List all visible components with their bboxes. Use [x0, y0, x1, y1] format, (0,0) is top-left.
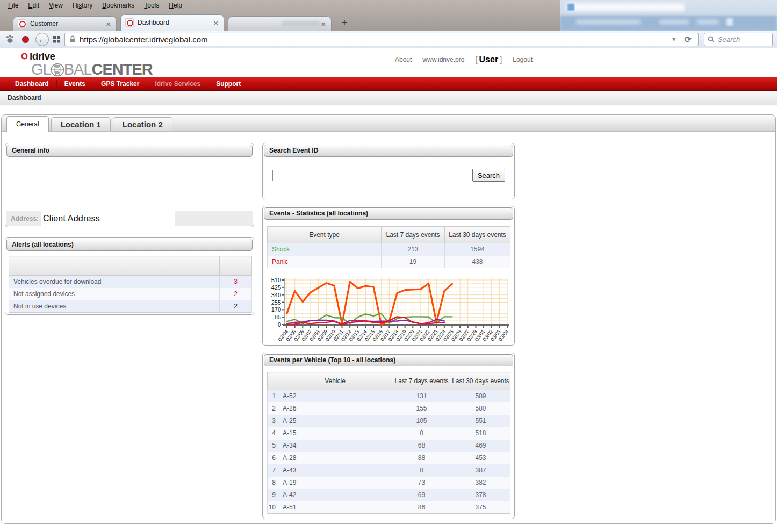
vehicle-30d-cell: 378	[451, 489, 510, 501]
vehicle-name-cell: A-42	[278, 489, 392, 501]
main-navigation: DashboardEventsGPS TrackerIdrive Service…	[0, 77, 777, 91]
browser-tab-dashboard[interactable]: Dashboard×	[120, 14, 224, 31]
idrive-logo: idrive GL BALCENTER	[21, 51, 153, 77]
vehicle-name-cell: A-52	[278, 390, 392, 402]
vehicle-7d-cell: 88	[392, 452, 451, 464]
tab-close-icon[interactable]: ×	[212, 18, 219, 27]
reload-icon[interactable]: ⟳	[681, 34, 695, 45]
vehicle-name-cell: A-25	[278, 415, 392, 427]
vehicle-rank-cell: 9	[268, 489, 278, 501]
new-tab-button[interactable]: +	[336, 17, 352, 29]
svg-text:425: 425	[271, 284, 281, 291]
svg-text:510: 510	[271, 277, 281, 283]
vehicle-30d-cell: 375	[451, 501, 510, 514]
svg-text:170: 170	[271, 306, 281, 313]
alert-row: Not assigned devices2	[9, 288, 252, 300]
tab-bar: Customer×Dashboard××+	[13, 14, 352, 31]
vehicle-rank-cell: 6	[268, 452, 278, 464]
events-statistics-table: Event typeLast 7 days eventsLast 30 days…	[267, 226, 510, 268]
background-window	[560, 0, 777, 31]
vehicle-7d-cell: 73	[392, 477, 451, 489]
events-per-vehicle-panel: Events per Vehicle (Top 10 - all locatio…	[262, 353, 515, 519]
url-dropdown-icon[interactable]: ▼	[667, 36, 681, 42]
vehicle-7d-cell: 105	[392, 415, 451, 427]
vehicle-rank-cell: 8	[268, 477, 278, 489]
svg-text:255: 255	[271, 299, 281, 306]
events-30d-cell: 438	[445, 256, 510, 268]
vehicle-7d-cell: 0	[392, 427, 451, 440]
vehicle-name-cell: A-19	[278, 477, 392, 489]
tab-general[interactable]: General	[6, 116, 49, 132]
idrive-mark-icon	[21, 53, 28, 60]
vehicle-rank-cell: 1	[268, 390, 278, 402]
url-bar[interactable]: https://globalcenter.idriveglobal.com ▼ …	[64, 33, 699, 46]
menu-view[interactable]: View	[44, 1, 68, 10]
vehicle-rank-cell: 3	[268, 415, 278, 427]
address-value: Client Address	[41, 214, 100, 224]
browser-tab-customer[interactable]: Customer×	[13, 16, 117, 31]
search-event-title: Search Event ID	[264, 145, 513, 157]
search-button[interactable]: Search	[472, 169, 505, 182]
vehicle-30d-cell: 518	[451, 427, 510, 440]
events-per-vehicle-title: Events per Vehicle (Top 10 - all locatio…	[264, 354, 513, 366]
vehicle-7d-cell: 69	[392, 489, 451, 501]
vehicle-rank-cell: 5	[268, 440, 278, 452]
menu-edit[interactable]: Edit	[23, 1, 44, 10]
general-info-title: General info	[6, 145, 253, 157]
breadcrumb: Dashboard	[0, 91, 777, 105]
browser-search-input[interactable]	[718, 35, 766, 44]
page: idrive GL BALCENTER About www.idrive.pro…	[0, 49, 777, 524]
tab-location-1[interactable]: Location 1	[51, 117, 111, 131]
vehicle-table-body: 1A-521315892A-261555803A-251055514A-1505…	[268, 390, 510, 514]
vehicle-30d-cell: 551	[451, 415, 510, 427]
site-header: idrive GL BALCENTER About www.idrive.pro…	[0, 49, 777, 77]
browser-search-box[interactable]	[704, 33, 773, 46]
alert-row: Vehicles overdue for download3	[9, 276, 252, 288]
events-per-vehicle-table: VehicleLast 7 days eventsLast 30 days ev…	[267, 372, 510, 514]
vehicle-7d-cell: 0	[392, 464, 451, 477]
vehicle-column-header: Last 7 days events	[392, 372, 451, 390]
alerts-title: Alerts (all locations)	[6, 239, 253, 251]
vehicle-name-cell: A-28	[278, 452, 392, 464]
idrive-pro-link[interactable]: www.idrive.pro	[422, 56, 464, 63]
vehicle-column-header	[268, 372, 278, 390]
menu-file[interactable]: File	[3, 1, 23, 10]
events-statistics-title: Events - Statistics (all locations)	[264, 207, 513, 220]
tab-location-2[interactable]: Location 2	[113, 117, 172, 131]
menu-history[interactable]: History	[68, 1, 97, 10]
vehicle-30d-cell: 382	[451, 477, 510, 489]
menu-bookmarks[interactable]: Bookmarks	[97, 1, 139, 10]
nav-item-dashboard[interactable]: Dashboard	[8, 80, 56, 88]
breadcrumb-dashboard[interactable]: Dashboard	[8, 94, 41, 102]
record-icon[interactable]	[22, 36, 29, 43]
stats-table-body: Shock2131594Panic19438	[268, 243, 510, 268]
about-link[interactable]: About	[395, 56, 412, 63]
header-links: About www.idrive.pro [User] Logout	[395, 55, 533, 64]
grid-icon[interactable]	[53, 36, 60, 43]
menu-tools[interactable]: Tools	[139, 1, 164, 10]
vehicle-row: 6A-2888453	[268, 452, 510, 464]
nav-item-events[interactable]: Events	[57, 80, 93, 88]
user-name: User	[478, 55, 500, 64]
url-text[interactable]: https://globalcenter.idriveglobal.com	[80, 35, 667, 44]
address-label: Address:	[6, 215, 41, 222]
nav-item-gps-tracker[interactable]: GPS Tracker	[93, 80, 147, 88]
events-line-chart: 08517025534042551002/0402/0502/0602/0702…	[268, 274, 514, 347]
browser-tab-blank[interactable]: ×	[228, 16, 332, 31]
address-valuebox: Client Address	[41, 211, 175, 226]
menu-help[interactable]: Help	[164, 1, 187, 10]
tab-close-icon[interactable]: ×	[105, 19, 112, 28]
background-window-titlebar	[566, 3, 685, 11]
events-7d-cell: 213	[382, 243, 445, 256]
nav-item-support[interactable]: Support	[208, 80, 248, 88]
event-id-input[interactable]	[272, 170, 469, 181]
vehicle-row: 3A-25105551	[268, 415, 510, 427]
alert-row: Not in use devices2	[9, 300, 252, 313]
tab-close-icon[interactable]: ×	[320, 19, 327, 28]
search-icon	[708, 36, 715, 43]
paw-icon[interactable]	[5, 35, 15, 44]
back-button[interactable]: ←	[35, 33, 49, 46]
alert-value: 3	[220, 276, 252, 288]
logout-link[interactable]: Logout	[513, 56, 533, 63]
nav-item-idrive-services[interactable]: Idrive Services	[147, 80, 208, 88]
